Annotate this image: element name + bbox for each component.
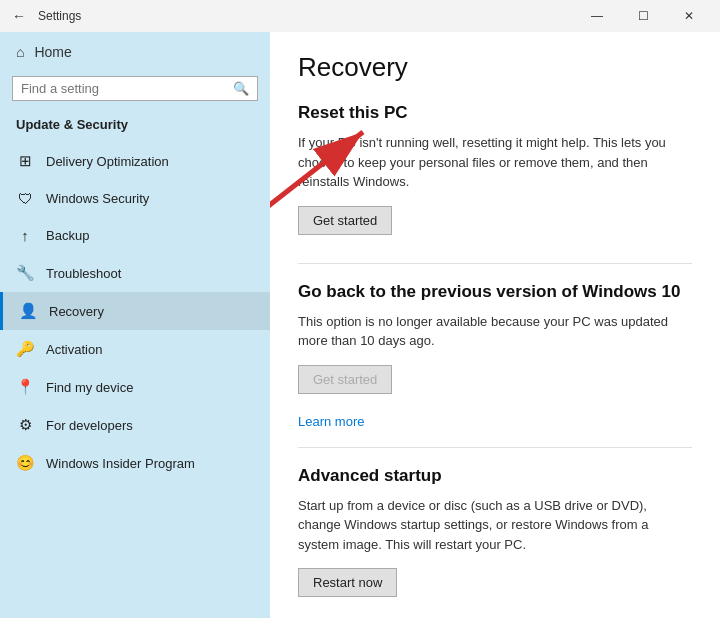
back-button[interactable]: ← <box>8 4 30 28</box>
divider-1 <box>298 263 692 264</box>
search-box: 🔍 <box>12 76 258 101</box>
learn-more-link[interactable]: Learn more <box>298 414 692 429</box>
home-icon: ⌂ <box>16 44 24 60</box>
backup-icon: ↑ <box>16 227 34 244</box>
reset-pc-title: Reset this PC <box>298 103 692 123</box>
sidebar-item-home[interactable]: ⌂ Home <box>0 32 270 72</box>
shield-icon: 🛡 <box>16 190 34 207</box>
sidebar-item-label: Recovery <box>49 304 104 319</box>
sidebar-item-label: Find my device <box>46 380 133 395</box>
sidebar-item-find-my-device[interactable]: 📍 Find my device <box>0 368 270 406</box>
app-title: Settings <box>38 9 574 23</box>
sidebar-item-recovery[interactable]: 👤 Recovery <box>0 292 270 330</box>
divider-2 <box>298 447 692 448</box>
home-label: Home <box>34 44 71 60</box>
sidebar-item-windows-insider[interactable]: 😊 Windows Insider Program <box>0 444 270 482</box>
sidebar-item-label: Windows Insider Program <box>46 456 195 471</box>
sidebar-item-label: For developers <box>46 418 133 433</box>
sidebar-item-label: Delivery Optimization <box>46 154 169 169</box>
content-wrapper: Recovery Reset this PC If your PC isn't … <box>298 52 692 618</box>
search-icon: 🔍 <box>233 81 249 96</box>
minimize-button[interactable]: — <box>574 0 620 32</box>
go-back-button[interactable]: Get started <box>298 365 392 394</box>
developers-icon: ⚙ <box>16 416 34 434</box>
section-advanced-startup: Advanced startup Start up from a device … <box>298 466 692 618</box>
main-content: ⌂ Home 🔍 Update & Security ⊞ Delivery Op… <box>0 32 720 618</box>
activation-icon: 🔑 <box>16 340 34 358</box>
sidebar-item-windows-security[interactable]: 🛡 Windows Security <box>0 180 270 217</box>
sidebar-item-label: Activation <box>46 342 102 357</box>
delivery-icon: ⊞ <box>16 152 34 170</box>
restart-now-button[interactable]: Restart now <box>298 568 397 597</box>
troubleshoot-icon: 🔧 <box>16 264 34 282</box>
advanced-startup-title: Advanced startup <box>298 466 692 486</box>
recovery-icon: 👤 <box>19 302 37 320</box>
sidebar-item-activation[interactable]: 🔑 Activation <box>0 330 270 368</box>
sidebar-item-for-developers[interactable]: ⚙ For developers <box>0 406 270 444</box>
search-input[interactable] <box>21 81 233 96</box>
go-back-body: This option is no longer available becau… <box>298 312 692 351</box>
reset-pc-body: If your PC isn't running well, resetting… <box>298 133 692 192</box>
section-go-back: Go back to the previous version of Windo… <box>298 282 692 429</box>
maximize-button[interactable]: ☐ <box>620 0 666 32</box>
sidebar-item-troubleshoot[interactable]: 🔧 Troubleshoot <box>0 254 270 292</box>
sidebar-item-delivery-optimization[interactable]: ⊞ Delivery Optimization <box>0 142 270 180</box>
insider-icon: 😊 <box>16 454 34 472</box>
sidebar-section-title: Update & Security <box>0 109 270 142</box>
find-device-icon: 📍 <box>16 378 34 396</box>
advanced-startup-body: Start up from a device or disc (such as … <box>298 496 692 555</box>
sidebar-item-label: Troubleshoot <box>46 266 121 281</box>
reset-pc-button[interactable]: Get started <box>298 206 392 235</box>
page-title: Recovery <box>298 52 692 83</box>
section-reset-pc: Reset this PC If your PC isn't running w… <box>298 103 692 255</box>
close-button[interactable]: ✕ <box>666 0 712 32</box>
sidebar-item-label: Windows Security <box>46 191 149 206</box>
content-pane: Recovery Reset this PC If your PC isn't … <box>270 32 720 618</box>
sidebar-item-backup[interactable]: ↑ Backup <box>0 217 270 254</box>
go-back-title: Go back to the previous version of Windo… <box>298 282 692 302</box>
window-controls: — ☐ ✕ <box>574 0 712 32</box>
sidebar-item-label: Backup <box>46 228 89 243</box>
title-bar: ← Settings — ☐ ✕ <box>0 0 720 32</box>
sidebar: ⌂ Home 🔍 Update & Security ⊞ Delivery Op… <box>0 32 270 618</box>
